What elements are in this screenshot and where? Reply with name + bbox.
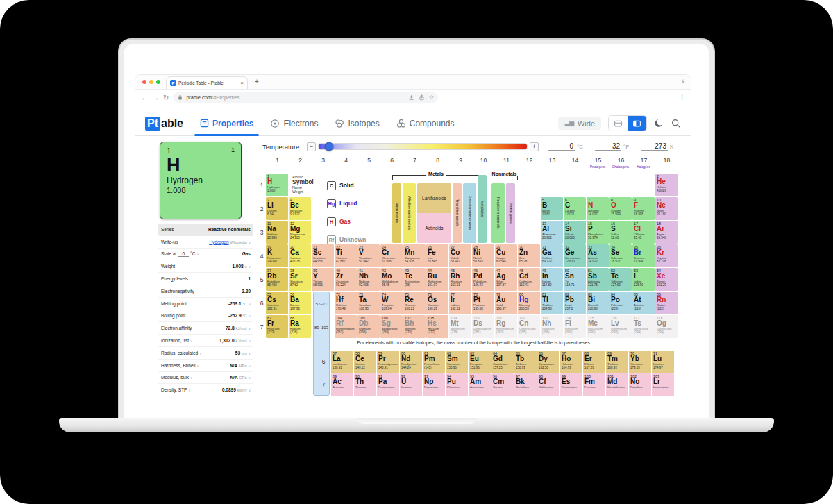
- period-number-2[interactable]: 2: [258, 197, 265, 221]
- element-Rh[interactable]: 45RhRhodium102.91: [449, 268, 471, 291]
- group-number-10[interactable]: 10: [472, 157, 495, 164]
- element-Ds[interactable]: 110DsDarmstadtium(281): [472, 315, 494, 338]
- element-C[interactable]: 6CCarbon12.011: [564, 197, 586, 220]
- group-number-14[interactable]: 14: [564, 157, 587, 164]
- placeholder-57-71[interactable]: 57–71: [314, 292, 329, 316]
- element-Zr[interactable]: 40ZrZirconium91.224: [335, 268, 357, 291]
- element-Pr[interactable]: 59PrPraseodymium140.91: [377, 351, 399, 373]
- back-icon[interactable]: ←: [141, 94, 148, 101]
- group-number-6[interactable]: 6: [380, 157, 403, 164]
- group-number-9[interactable]: 9: [449, 157, 472, 164]
- element-I[interactable]: 53IIodine126.90: [632, 268, 655, 291]
- element-Ho[interactable]: 67HoHolmium164.93: [560, 351, 582, 373]
- minimize-window-button[interactable]: [149, 80, 153, 84]
- group-number-2[interactable]: 2: [289, 157, 312, 164]
- chevron-down-icon[interactable]: ∨: [249, 241, 251, 244]
- chevron-down-icon[interactable]: ∨: [196, 253, 199, 256]
- group-number-5[interactable]: 5: [357, 157, 380, 164]
- address-bar[interactable]: ptable.com/#Properties ☆: [173, 92, 438, 103]
- element-Xe[interactable]: 54XeXenon131.29: [655, 268, 678, 291]
- group-number-13[interactable]: 13: [541, 157, 564, 164]
- browser-tab[interactable]: P Periodic Table - Ptable ×: [166, 76, 248, 89]
- element-H[interactable]: 1HHydrogen1.008: [266, 174, 288, 196]
- element-Sc[interactable]: 21ScScandium44.956: [312, 244, 334, 267]
- reload-icon[interactable]: ↻: [163, 94, 169, 101]
- element-Mg[interactable]: 12MgMagnesium24.305: [289, 221, 311, 244]
- element-Fm[interactable]: 100FmFermium: [583, 373, 605, 396]
- element-Tl[interactable]: 81TlThallium204.38: [541, 292, 563, 314]
- element-Cn[interactable]: 112CnCopernicium(285): [518, 315, 540, 338]
- element-As[interactable]: 33AsArsenic74.922: [587, 244, 609, 267]
- placeholder-89-103[interactable]: 89–103: [314, 316, 329, 339]
- tab-electrons[interactable]: Electrons: [270, 119, 318, 128]
- element-F[interactable]: 9FFluorine18.998: [632, 197, 655, 220]
- element-Fr[interactable]: 87FrFrancium(223): [266, 315, 288, 338]
- element-Rn[interactable]: 86RnRadon(222): [655, 292, 678, 314]
- chevron-down-icon[interactable]: ∨: [249, 364, 251, 368]
- chevron-down-icon[interactable]: ∨: [188, 389, 190, 392]
- celsius-input[interactable]: 0: [548, 142, 575, 151]
- temperature-minus-button[interactable]: −: [307, 142, 316, 151]
- element-U[interactable]: 92UUranium: [400, 373, 422, 396]
- forward-icon[interactable]: →: [152, 94, 159, 101]
- element-Cr[interactable]: 24CrChromium51.996: [380, 244, 403, 267]
- element-Bk[interactable]: 97BkBerkelium: [514, 373, 537, 396]
- element-Db[interactable]: 105DbDubnium(268): [357, 315, 380, 338]
- legend-lanthanoids[interactable]: Lanthanoids: [417, 183, 451, 213]
- element-Cm[interactable]: 96CmCurium: [491, 373, 514, 396]
- element-Y[interactable]: 39YYttrium88.906: [312, 268, 334, 291]
- element-No[interactable]: 102NoNobelium: [629, 373, 651, 396]
- element-Lu[interactable]: 71LuLutetium174.97: [652, 351, 674, 373]
- element-Ar[interactable]: 18ArArgon39.948: [655, 221, 678, 244]
- legend-strip-metalloids[interactable]: Metalloids: [478, 175, 487, 243]
- element-Dy[interactable]: 66DyDysprosium162.50: [537, 351, 559, 373]
- element-In[interactable]: 49InIndium114.82: [541, 268, 563, 291]
- element-Hs[interactable]: 108HsHassium(277): [426, 315, 448, 338]
- fahrenheit-input[interactable]: 32: [595, 142, 621, 151]
- group-number-4[interactable]: 4: [335, 157, 357, 164]
- element-K[interactable]: 19KPotassium39.098: [266, 244, 288, 267]
- chevron-down-icon[interactable]: ∨: [197, 364, 199, 368]
- state-temperature-input[interactable]: 0: [178, 251, 189, 257]
- new-tab-button[interactable]: +: [255, 78, 259, 85]
- element-Nh[interactable]: 113NhNihonium(286): [541, 315, 563, 338]
- group-number-17[interactable]: 17: [632, 157, 655, 164]
- element-Ni[interactable]: 28NiNickel58.693: [472, 244, 494, 267]
- element-Gd[interactable]: 64GdGadolinium157.25: [491, 351, 514, 373]
- element-Al[interactable]: 13AlAluminium26.982: [541, 221, 563, 244]
- element-Bi[interactable]: 83BiBismuth208.98: [587, 292, 609, 314]
- element-Se[interactable]: 34SeSelenium78.971: [609, 244, 632, 267]
- element-He[interactable]: 2HeHelium4.0026: [655, 174, 678, 196]
- element-Be[interactable]: 4BeBeryllium9.0122: [289, 197, 311, 220]
- element-Ga[interactable]: 31GaGallium69.723: [541, 244, 563, 267]
- element-Og[interactable]: 118OgOganesson(294): [655, 315, 678, 338]
- element-Rg[interactable]: 111RgRoentgenium(282): [495, 315, 517, 338]
- element-Ca[interactable]: 20CaCalcium40.078: [289, 244, 311, 267]
- chevron-down-icon[interactable]: ∨: [249, 265, 251, 269]
- element-Ag[interactable]: 47AgSilver107.87: [495, 268, 517, 291]
- group-number-3[interactable]: 3: [312, 157, 335, 164]
- element-B[interactable]: 5BBoron10.81: [541, 197, 563, 220]
- chevron-down-icon[interactable]: ∨: [249, 327, 251, 330]
- tab-properties[interactable]: Properties: [200, 119, 253, 128]
- chevron-down-icon[interactable]: ∨: [199, 352, 201, 355]
- close-window-button[interactable]: [142, 80, 146, 84]
- element-Bh[interactable]: 107BhBohrium(270): [403, 315, 426, 338]
- legend-strip-alkali-metals[interactable]: Alkali metals: [392, 183, 401, 243]
- tab-list-chevron-icon[interactable]: ∨: [681, 78, 685, 84]
- element-Mt[interactable]: 109MtMeitnerium(278): [449, 315, 471, 338]
- dark-mode-moon-icon[interactable]: [654, 118, 664, 128]
- wide-layout-button[interactable]: Wide: [558, 117, 601, 130]
- bookmark-star-icon[interactable]: ☆: [429, 94, 435, 101]
- chevron-down-icon[interactable]: ∨: [190, 339, 192, 343]
- chevron-down-icon[interactable]: ∨: [249, 339, 251, 343]
- element-Pm[interactable]: 61PmPromethium(145): [423, 351, 445, 373]
- chevron-down-icon[interactable]: ∨: [249, 314, 251, 318]
- download-icon[interactable]: [408, 94, 414, 101]
- element-Fl[interactable]: 114FlFlerovium(289): [564, 315, 586, 338]
- legend-strip-noble-gases[interactable]: Noble gases: [506, 183, 515, 243]
- ptable-logo[interactable]: Ptable: [145, 117, 183, 131]
- element-Nd[interactable]: 60NdNeodymium144.24: [400, 351, 422, 373]
- element-Ti[interactable]: 22TiTitanium47.867: [335, 244, 357, 267]
- element-Md[interactable]: 101MdMendelevium: [606, 373, 628, 396]
